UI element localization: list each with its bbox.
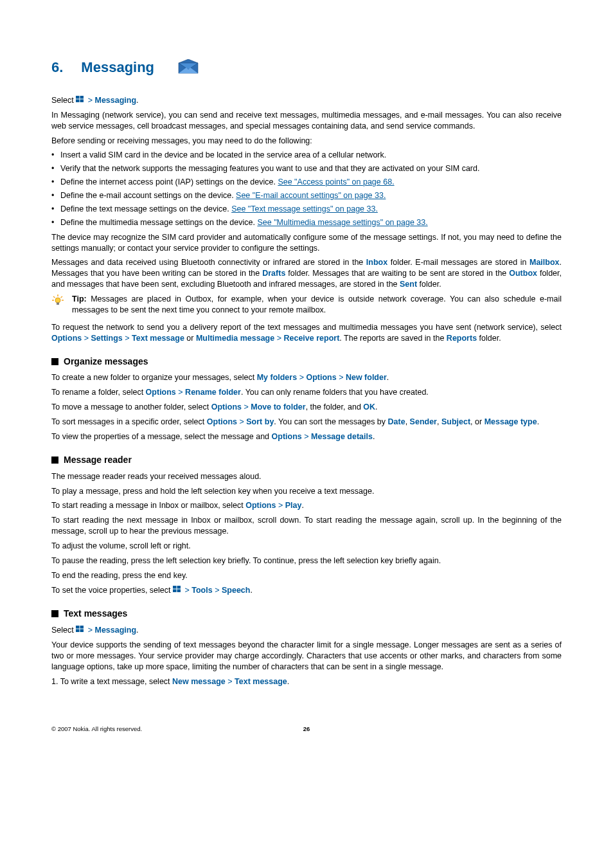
separator: > [125, 334, 129, 343]
reports-brand: Reports [447, 334, 477, 343]
text: Define the e-mail account settings on th… [60, 191, 236, 200]
text: . The reports are saved in the [339, 334, 447, 343]
svg-line-9 [61, 296, 63, 298]
select-line: Select > Messaging. [51, 95, 562, 106]
text: Messages and data received using Bluetoo… [51, 258, 366, 267]
settings-brand: Settings [91, 334, 123, 343]
square-bullet-icon [51, 610, 58, 617]
messaging-brand: Messaging [95, 626, 137, 635]
svg-rect-15 [177, 586, 181, 589]
step-1: 1. To write a text message, select New m… [51, 676, 562, 687]
multimediamessage-brand: Multimedia message [196, 334, 274, 343]
svg-point-12 [55, 298, 60, 303]
svg-rect-13 [57, 303, 59, 305]
text: Define the internet access point (IAP) s… [60, 177, 278, 186]
svg-rect-20 [76, 629, 80, 633]
svg-rect-3 [76, 96, 80, 99]
separator: > [244, 402, 248, 411]
chapter-title: 6. Messaging [51, 58, 562, 77]
speech-brand: Speech [222, 586, 250, 595]
paragraph: To rename a folder, select Options > Ren… [51, 387, 562, 398]
chapter-name: Messaging [81, 58, 154, 77]
text: . You can only rename folders that you h… [241, 388, 429, 397]
text: , or [470, 417, 484, 426]
svg-line-8 [53, 296, 55, 298]
drafts-brand: Drafts [262, 269, 285, 278]
text: To sort messages in a specific order, se… [51, 417, 207, 426]
email-settings-link[interactable]: See "E-mail account settings" on page 33… [236, 191, 386, 200]
separator: > [184, 586, 189, 595]
text: To create a new folder to organize your … [51, 373, 257, 382]
svg-rect-17 [177, 590, 181, 593]
chapter-number: 6. [51, 58, 63, 77]
list-item: Verify that the network supports the mes… [51, 163, 562, 174]
text: . You can sort the messages by [274, 417, 387, 426]
text: Define the multimedia message settings o… [60, 218, 257, 227]
paragraph: To adjust the volume, scroll left or rig… [51, 541, 562, 552]
svg-rect-19 [80, 626, 84, 629]
svg-rect-16 [173, 590, 177, 593]
list-item: Define the e-mail account settings on th… [51, 190, 562, 201]
text: folder. Messages that are waiting to be … [285, 269, 509, 278]
movetofolder-brand: Move to folder [251, 402, 305, 411]
paragraph: To view the properties of a message, sel… [51, 431, 562, 442]
text: . [136, 96, 138, 105]
text: Select [51, 96, 76, 105]
separator: > [299, 373, 304, 382]
separator: > [88, 96, 93, 105]
tip-text: Tip: Messages are placed in Outbox, for … [72, 294, 562, 316]
envelope-icon [177, 59, 199, 76]
myfolders-brand: My folders [257, 373, 298, 382]
text: To request the network to send you a del… [51, 323, 562, 332]
sortby-brand: Sort by [246, 417, 274, 426]
text-settings-link[interactable]: See "Text message settings" on page 33. [231, 204, 378, 213]
menu-icon [173, 585, 181, 596]
separator: > [215, 586, 219, 595]
menu-icon [76, 95, 84, 106]
options-brand: Options [51, 334, 82, 343]
text: . [136, 626, 138, 635]
messagedetails-brand: Message details [311, 432, 373, 441]
text: . [250, 586, 252, 595]
paragraph: To sort messages in a specific order, se… [51, 417, 562, 428]
outbox-brand: Outbox [509, 269, 537, 278]
text: . [287, 677, 289, 686]
tip-icon [51, 294, 64, 316]
list-item: Define the multimedia message settings o… [51, 217, 562, 228]
paragraph: Before sending or receiving messages, yo… [51, 136, 562, 147]
mms-settings-link[interactable]: See "Multimedia message settings" on pag… [257, 218, 427, 227]
options-brand: Options [245, 501, 276, 510]
paragraph: To move a message to another folder, sel… [51, 402, 562, 413]
paragraph: Your device supports the sending of text… [51, 640, 562, 673]
sent-brand: Sent [400, 280, 417, 289]
svg-rect-6 [80, 99, 84, 102]
textmessage-brand: Text message [235, 677, 287, 686]
text: , [405, 417, 410, 426]
text: To start reading a message in Inbox or m… [51, 501, 245, 510]
newmessage-brand: New message [172, 677, 226, 686]
text: folder. [477, 334, 501, 343]
text: Define the text message settings on the … [60, 204, 231, 213]
separator: > [304, 432, 308, 441]
text: . [301, 501, 303, 510]
paragraph: In Messaging (network service), you can … [51, 110, 562, 132]
tip-block: Tip: Messages are placed in Outbox, for … [51, 294, 562, 316]
svg-rect-21 [80, 629, 84, 633]
text: To move a message to another folder, sel… [51, 402, 211, 411]
text: To rename a folder, select [51, 388, 146, 397]
date-brand: Date [388, 417, 405, 426]
svg-rect-4 [80, 96, 84, 99]
subject-brand: Subject [441, 417, 470, 426]
list-item: Insert a valid SIM card in the device an… [51, 150, 562, 161]
access-points-link[interactable]: See "Access points" on page 68. [278, 177, 394, 186]
separator: > [278, 501, 283, 510]
messaging-brand: Messaging [95, 96, 137, 105]
mailbox-brand: Mailbox [529, 258, 560, 267]
paragraph: The device may recognize the SIM card pr… [51, 232, 562, 254]
section-text-messages: Text messages [51, 608, 562, 620]
text: Messages are placed in Outbox, for examp… [72, 294, 562, 314]
paragraph: To play a message, press and hold the le… [51, 486, 562, 497]
text: . [537, 417, 539, 426]
options-brand: Options [306, 373, 336, 382]
text: To set the voice properties, select [51, 586, 173, 595]
